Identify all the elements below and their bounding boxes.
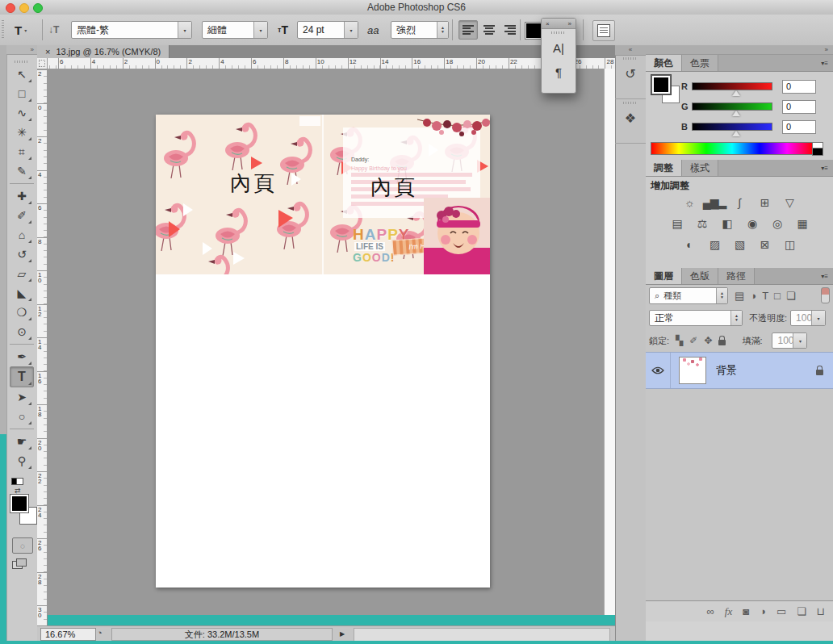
tools-panel-header[interactable]: » [6,45,37,55]
zoom-tool[interactable]: ⚲ [10,451,33,470]
gradient-map-button[interactable]: ⊠ [756,237,773,252]
history-brush-tool[interactable]: ↺ [10,245,33,264]
filter-shape-layers-icon[interactable]: □ [774,290,781,302]
history-panel-icon[interactable]: ↺ [615,66,646,82]
filter-type-layers-icon[interactable]: T [762,290,768,302]
hand-tool[interactable]: ☛ [10,432,33,451]
chevron-down-icon[interactable]: ▾ [344,22,358,38]
panel-menu-icon[interactable]: ▾≡ [821,55,833,71]
opacity-select[interactable]: 100% ▾ [790,310,826,326]
channel-gradient-bar[interactable] [692,82,772,90]
document-page[interactable]: Daddy: Happy Birthday to you 內頁 內頁 HAPPY… [156,115,490,588]
tab-color[interactable]: 顏色 [646,55,682,71]
collapsed-panel-button[interactable]: ↺ [615,55,646,99]
channel-gradient-bar[interactable] [692,123,772,131]
text-orientation-button[interactable]: ↓T [48,21,59,39]
filter-smart-objects-icon[interactable]: ❏ [786,290,796,302]
layer-filter-kind-select[interactable]: ⌕ 種類 ▲▼ [649,287,728,304]
photo-filter-button[interactable]: ◉ [743,216,761,231]
options-bar-grip[interactable] [2,20,4,40]
fill-select[interactable]: 100% ▾ [772,332,807,349]
group-layers-icon[interactable]: ▭ [776,605,786,617]
path-selection-tool[interactable]: ➤ [10,387,33,407]
anti-alias-select[interactable]: 強烈 ▲▼ [391,21,449,39]
lock-transparency-icon[interactable]: ▚ [676,335,683,346]
vertical-scrollbar[interactable] [604,69,616,615]
channel-mixer-button[interactable]: ◎ [768,216,786,231]
title-bar[interactable]: Adobe Photoshop CS6 [0,0,833,15]
foreground-color-swatch[interactable] [651,75,671,94]
collapse-right-icon[interactable]: » [568,20,571,27]
hue-saturation-button[interactable]: ▤ [668,216,686,231]
black-swatch[interactable] [812,148,823,156]
channel-value-field[interactable]: 0 [782,120,816,134]
layer-row-background[interactable]: 背景 [646,352,833,389]
paragraph-panel-icon[interactable]: ¶ [553,61,564,82]
tab-adjustments[interactable]: 調整 [646,160,682,176]
move-tool[interactable]: ↖ [10,65,33,84]
color-balance-button[interactable]: ⚖ [693,216,711,231]
eyedropper-tool[interactable]: ✎ [10,161,33,181]
tab-paths[interactable]: 路徑 [718,268,755,284]
filter-pixel-layers-icon[interactable]: ▤ [735,290,744,302]
zoom-level-field[interactable]: 16.67% [40,628,96,641]
align-left-button[interactable] [458,20,478,40]
font-style-select[interactable]: 細體 ▾ [202,21,268,39]
align-center-button[interactable] [479,20,499,40]
float-panel-header[interactable]: × » [542,19,576,29]
new-layer-icon[interactable]: ❏ [797,605,806,617]
curves-button[interactable]: ∫ [730,195,748,210]
tab-channels[interactable]: 色版 [682,268,718,284]
align-right-button[interactable] [500,20,520,40]
swap-colors-mini[interactable]: ⇄ [11,478,34,489]
close-icon[interactable]: × [546,20,550,27]
channel-gradient-bar[interactable] [692,102,772,111]
link-layers-icon[interactable]: ∞ [707,605,714,617]
toggle-character-panel-button[interactable] [592,20,615,41]
filter-adjustment-layers-icon[interactable]: ◑ [750,290,756,302]
horizontal-scrollbar[interactable] [354,628,610,642]
crop-tool[interactable]: ⌗ [10,142,33,161]
lasso-tool[interactable]: ∿ [10,103,33,123]
layer-mask-icon[interactable]: ◙ [743,605,749,617]
quick-mask-button[interactable]: ◌ [12,537,33,554]
posterize-button[interactable]: ▨ [705,237,723,252]
tab-layers[interactable]: 圖層 [646,268,682,284]
layer-thumbnail[interactable] [679,357,706,384]
foreground-color-swatch[interactable] [10,494,29,513]
status-menu-button[interactable]: ▶ [336,628,349,640]
document-tab[interactable]: × 13.jpg @ 16.7% (CMYK/8) [37,45,170,58]
canvas-area[interactable]: Daddy: Happy Birthday to you 內頁 內頁 HAPPY… [47,69,604,615]
tool-preset-picker[interactable]: T ▾ [15,21,27,39]
lock-paint-icon[interactable]: ✐ [689,335,697,346]
selective-color-button[interactable]: ◫ [781,237,798,252]
clone-stamp-tool[interactable]: ⌂ [10,225,33,245]
slider-thumb-icon[interactable] [732,131,740,136]
panel-menu-icon[interactable]: ▾≡ [821,268,833,284]
chevron-down-icon[interactable]: ▾ [253,22,267,38]
brush-tool[interactable]: ✐ [10,206,33,225]
type-tool[interactable]: T [10,366,34,387]
stepper-icon[interactable]: ▲▼ [730,311,742,325]
adjustment-layer-icon[interactable]: ◑ [760,605,766,617]
color-lookup-button[interactable]: ▦ [793,216,811,231]
float-panel-grip[interactable] [551,31,566,34]
lock-move-icon[interactable]: ✥ [704,335,712,346]
channel-value-field[interactable]: 0 [782,100,816,114]
panel-menu-icon[interactable]: ▾≡ [821,160,833,176]
blend-mode-select[interactable]: 正常 ▲▼ [649,310,743,326]
threshold-button[interactable]: ▧ [730,237,748,252]
tools-grip[interactable] [15,61,29,63]
eraser-tool[interactable]: ▱ [10,264,33,283]
exposure-button[interactable]: ⊞ [756,195,773,210]
black-white-button[interactable]: ◧ [718,216,736,231]
stepper-icon[interactable]: ▲▼ [437,22,448,38]
invert-button[interactable]: ◐ [680,237,698,252]
levels-button[interactable]: ▄▆▂ [705,195,723,210]
dodge-tool[interactable]: ⊙ [10,322,33,341]
layer-visibility-toggle[interactable] [646,353,671,388]
brightness-contrast-button[interactable]: ☼ [680,195,698,210]
font-size-select[interactable]: 24 pt ▾ [297,21,358,39]
tab-swatches[interactable]: 色票 [682,55,718,71]
collapsed-panel-button[interactable]: ❖ [615,99,646,144]
